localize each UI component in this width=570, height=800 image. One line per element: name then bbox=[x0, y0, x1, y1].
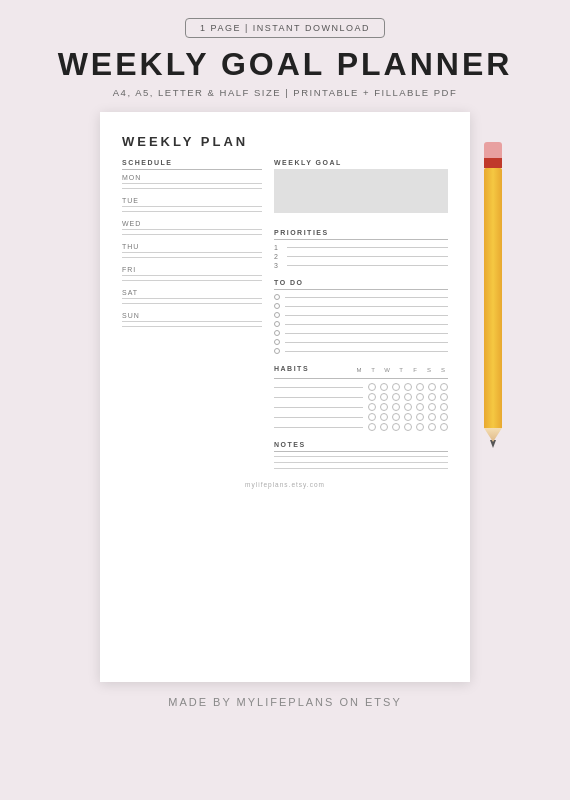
planner-page: WEEKLY PLAN SCHEDULE MON TUE bbox=[100, 112, 470, 682]
weekly-goal-box[interactable] bbox=[274, 169, 448, 213]
website-text: MYLIFEPLANS.ETSY.COM bbox=[122, 481, 448, 488]
todo-label: TO DO bbox=[274, 279, 448, 286]
habits-divider bbox=[274, 378, 448, 379]
habits-section: HABITS M T W T F S S bbox=[274, 365, 448, 433]
day-sat: SAT bbox=[122, 289, 262, 304]
todo-item-7 bbox=[274, 348, 448, 354]
priority-1: 1 bbox=[274, 244, 448, 251]
right-column: WEEKLY GOAL PRIORITIES 1 2 3 bbox=[274, 159, 448, 473]
day-fri: FRI bbox=[122, 266, 262, 281]
main-title: WEEKLY GOAL PLANNER bbox=[58, 46, 513, 83]
notes-lines bbox=[274, 456, 448, 469]
habits-header: HABITS M T W T F S S bbox=[274, 365, 448, 375]
priorities-divider bbox=[274, 239, 448, 240]
day-sun: SUN bbox=[122, 312, 262, 327]
footer-text: MADE BY MYLIFEPLANS ON ETSY bbox=[168, 696, 402, 708]
priorities-section: PRIORITIES 1 2 3 bbox=[274, 229, 448, 271]
habit-row-3 bbox=[274, 403, 448, 411]
plan-title: WEEKLY PLAN bbox=[122, 134, 448, 149]
priority-2: 2 bbox=[274, 253, 448, 260]
todo-item-1 bbox=[274, 294, 448, 300]
habits-day-labels: M T W T F S S bbox=[354, 367, 448, 373]
habit-row-1 bbox=[274, 383, 448, 391]
schedule-column: SCHEDULE MON TUE WED bbox=[122, 159, 262, 473]
habit-row-2 bbox=[274, 393, 448, 401]
day-mon: MON bbox=[122, 174, 262, 189]
day-thu: THU bbox=[122, 243, 262, 258]
todo-item-3 bbox=[274, 312, 448, 318]
weekly-goal-section: WEEKLY GOAL bbox=[274, 159, 448, 221]
day-tue: TUE bbox=[122, 197, 262, 212]
weekly-goal-label: WEEKLY GOAL bbox=[274, 159, 448, 166]
habits-label: HABITS bbox=[274, 365, 309, 372]
notes-divider bbox=[274, 451, 448, 452]
todo-item-4 bbox=[274, 321, 448, 327]
schedule-label: SCHEDULE bbox=[122, 159, 262, 166]
priority-3: 3 bbox=[274, 262, 448, 269]
todo-item-5 bbox=[274, 330, 448, 336]
priorities-label: PRIORITIES bbox=[274, 229, 448, 236]
notes-label: NOTES bbox=[274, 441, 448, 448]
notes-section: NOTES bbox=[274, 441, 448, 469]
todo-section: TO DO bbox=[274, 279, 448, 357]
todo-item-6 bbox=[274, 339, 448, 345]
pencil-decoration bbox=[484, 142, 502, 462]
habit-row-4 bbox=[274, 413, 448, 421]
day-wed: WED bbox=[122, 220, 262, 235]
sub-title: A4, A5, LETTER & HALF SIZE | PRINTABLE +… bbox=[113, 87, 457, 98]
habit-row-5 bbox=[274, 423, 448, 431]
todo-divider bbox=[274, 289, 448, 290]
todo-item-2 bbox=[274, 303, 448, 309]
top-badge: 1 PAGE | INSTANT DOWNLOAD bbox=[185, 18, 385, 38]
schedule-divider bbox=[122, 169, 262, 170]
